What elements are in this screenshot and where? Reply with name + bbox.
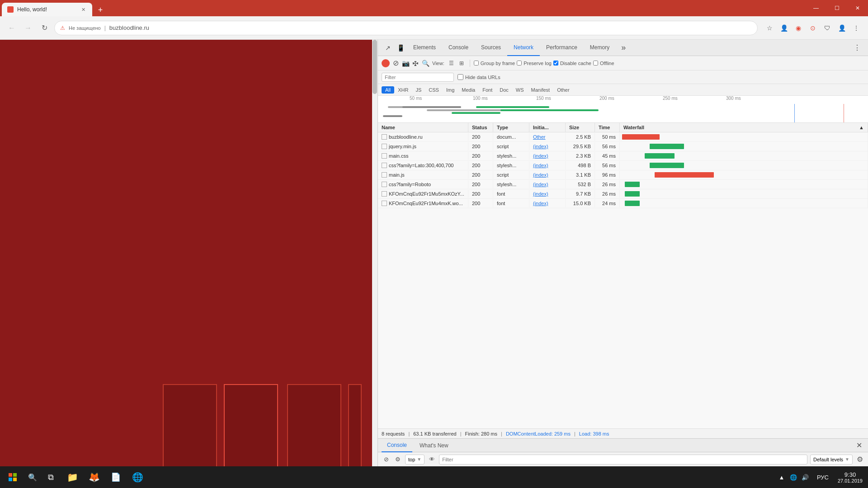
tbar-4 bbox=[452, 112, 500, 114]
table-row[interactable]: css?family=Roboto 200 stylesh... (index)… bbox=[378, 180, 868, 189]
file-explorer-button[interactable]: 📁 bbox=[61, 466, 83, 488]
hide-data-urls-label[interactable]: Hide data URLs bbox=[458, 74, 500, 80]
card-guriyat: Гурият bbox=[163, 384, 222, 474]
disable-cache-label[interactable]: Disable cache bbox=[553, 61, 591, 66]
type-filter-ws[interactable]: WS bbox=[512, 86, 528, 94]
devtools-device-icon[interactable]: 📱 bbox=[394, 42, 407, 54]
close-button[interactable]: ✕ bbox=[847, 0, 868, 16]
record-button[interactable] bbox=[382, 59, 390, 67]
table-row[interactable]: buzbloodline.ru 200 docum... Other 2.5 K… bbox=[378, 132, 868, 142]
profile-icon[interactable]: 👤 bbox=[778, 22, 790, 34]
disable-cache-checkbox[interactable] bbox=[553, 61, 558, 66]
chrome-icon[interactable]: ◉ bbox=[792, 22, 805, 34]
console-close-button[interactable]: ✕ bbox=[854, 440, 864, 451]
type-filter-doc[interactable]: Doc bbox=[496, 86, 512, 94]
td-type-1: docum... bbox=[493, 133, 529, 141]
firefox-button[interactable]: 🦊 bbox=[83, 466, 105, 488]
tab-network[interactable]: Network bbox=[507, 40, 540, 56]
timeline-mark-300: 300 ms bbox=[726, 96, 741, 101]
menu-button[interactable]: ⋮ bbox=[850, 22, 863, 34]
taskbar-search-button[interactable]: 🔍 bbox=[25, 470, 40, 484]
network-toolbar: ⊘ 📷 ⧾ 🔍 View: ☰ ⊞ Group by frame Preserv… bbox=[378, 56, 868, 70]
pdf-viewer-button[interactable]: 📄 bbox=[105, 466, 127, 488]
table-row[interactable]: KFOmCnqEu92Fr1Mu4mxK.wo... 200 font (ind… bbox=[378, 199, 868, 208]
offline-checkbox[interactable] bbox=[593, 61, 598, 66]
minimize-button[interactable]: — bbox=[806, 0, 826, 16]
type-filter-all[interactable]: All bbox=[382, 86, 394, 94]
console-filter-input[interactable] bbox=[439, 455, 807, 465]
tab-performance[interactable]: Performance bbox=[540, 40, 584, 56]
type-filter-img[interactable]: Img bbox=[443, 86, 458, 94]
view-list-icon[interactable]: ☰ bbox=[447, 59, 456, 68]
tray-up-arrow-icon[interactable]: ▲ bbox=[777, 473, 786, 482]
console-tab-console[interactable]: Console bbox=[382, 439, 412, 452]
console-context-selector[interactable]: top ▼ bbox=[405, 455, 425, 465]
type-filter-xhr[interactable]: XHR bbox=[394, 86, 412, 94]
filter-input[interactable] bbox=[382, 73, 454, 82]
type-filter-other[interactable]: Other bbox=[553, 86, 573, 94]
tab-close-button[interactable]: ✕ bbox=[80, 6, 87, 13]
group-by-frame-label[interactable]: Group by frame bbox=[474, 61, 515, 66]
td-size-1: 2.5 KB bbox=[566, 133, 595, 141]
tab-sources[interactable]: Sources bbox=[475, 40, 507, 56]
filter-button[interactable]: ⧾ bbox=[411, 59, 420, 67]
td-name-1: buzbloodline.ru bbox=[378, 133, 468, 141]
start-button[interactable] bbox=[0, 466, 25, 488]
preserve-log-checkbox[interactable] bbox=[517, 61, 522, 66]
hide-data-urls-checkbox[interactable] bbox=[458, 74, 463, 80]
active-tab[interactable]: Hello, world! ✕ bbox=[2, 3, 92, 16]
volume-tray-icon[interactable]: 🔊 bbox=[801, 473, 810, 482]
tab-elements[interactable]: Elements bbox=[407, 40, 442, 56]
clock-area[interactable]: 9:30 27.01.2019 bbox=[832, 471, 868, 483]
devtools-menu-button[interactable]: ⋮ bbox=[850, 43, 864, 52]
opera-icon[interactable]: ⊙ bbox=[807, 22, 819, 34]
clear-button[interactable]: ⊘ bbox=[392, 59, 400, 67]
new-tab-button[interactable]: + bbox=[94, 4, 107, 16]
back-button[interactable]: ← bbox=[5, 22, 18, 34]
row-checkbox-8 bbox=[382, 201, 387, 206]
security-icon: ⚠ bbox=[60, 25, 65, 31]
search-button[interactable]: 🔍 bbox=[421, 59, 429, 67]
console-settings-icon[interactable]: ⚙ bbox=[393, 455, 402, 464]
console-gear-icon[interactable]: ⚙ bbox=[855, 455, 864, 464]
account-icon[interactable]: 👤 bbox=[835, 22, 848, 34]
camera-button[interactable]: 📷 bbox=[401, 59, 410, 67]
shield-icon[interactable]: 🛡 bbox=[821, 22, 834, 34]
table-row[interactable]: main.css 200 stylesh... (index) 2.3 KB 4… bbox=[378, 151, 868, 161]
table-row[interactable]: jquery.min.js 200 script (index) 29.5 KB… bbox=[378, 142, 868, 151]
type-filter-css[interactable]: CSS bbox=[425, 86, 443, 94]
view-group-icon[interactable]: ⊞ bbox=[457, 59, 466, 68]
url-bar[interactable]: ⚠ Не защищено | buzbloodline.ru bbox=[54, 21, 758, 35]
td-status-3: 200 bbox=[468, 152, 493, 160]
refresh-button[interactable]: ↻ bbox=[38, 22, 51, 34]
type-filter-media[interactable]: Media bbox=[458, 86, 479, 94]
console-tab-whatsnew[interactable]: What's New bbox=[414, 439, 454, 452]
tab-console[interactable]: Console bbox=[442, 40, 475, 56]
group-by-frame-checkbox[interactable] bbox=[474, 61, 479, 66]
maximize-button[interactable]: ☐ bbox=[826, 0, 847, 16]
tab-memory[interactable]: Memory bbox=[584, 40, 616, 56]
forward-button[interactable]: → bbox=[22, 22, 34, 34]
task-view-button[interactable]: ⧉ bbox=[40, 466, 61, 488]
webpage-scrollbar[interactable] bbox=[372, 40, 377, 479]
type-filter-font[interactable]: Font bbox=[479, 86, 496, 94]
bookmark-button[interactable]: ☆ bbox=[763, 22, 776, 34]
type-filter-manifest[interactable]: Manifest bbox=[528, 86, 554, 94]
table-row[interactable]: main.js 200 script (index) 3.1 KB 96 ms bbox=[378, 170, 868, 180]
td-name-7: KFOmCnqEu92Fr1Mu5mxKOzY... bbox=[378, 190, 468, 198]
td-time-7: 26 ms bbox=[595, 190, 620, 198]
console-toolbar: ⊘ ⚙ top ▼ 👁 Default levels ▼ ⚙ bbox=[378, 452, 868, 467]
chrome-taskbar-button[interactable]: 🌐 bbox=[127, 466, 148, 488]
network-tray-icon[interactable]: 🌐 bbox=[789, 473, 798, 482]
preserve-log-label[interactable]: Preserve log bbox=[517, 61, 552, 66]
type-filter-js[interactable]: JS bbox=[412, 86, 425, 94]
devtools-cursor-icon[interactable]: ↗ bbox=[382, 42, 394, 54]
console-clear-icon[interactable]: ⊘ bbox=[382, 455, 391, 464]
td-init-5: (index) bbox=[529, 171, 566, 179]
offline-label[interactable]: Offline bbox=[593, 61, 614, 66]
console-level-selector[interactable]: Default levels ▼ bbox=[810, 455, 853, 465]
table-row[interactable]: KFOmCnqEu92Fr1Mu5mxKOzY... 200 font (ind… bbox=[378, 189, 868, 199]
console-eye-icon[interactable]: 👁 bbox=[427, 455, 436, 464]
tab-more-button[interactable]: » bbox=[618, 43, 629, 52]
table-row[interactable]: css?family=Lato:300,400,700 200 stylesh.… bbox=[378, 161, 868, 170]
